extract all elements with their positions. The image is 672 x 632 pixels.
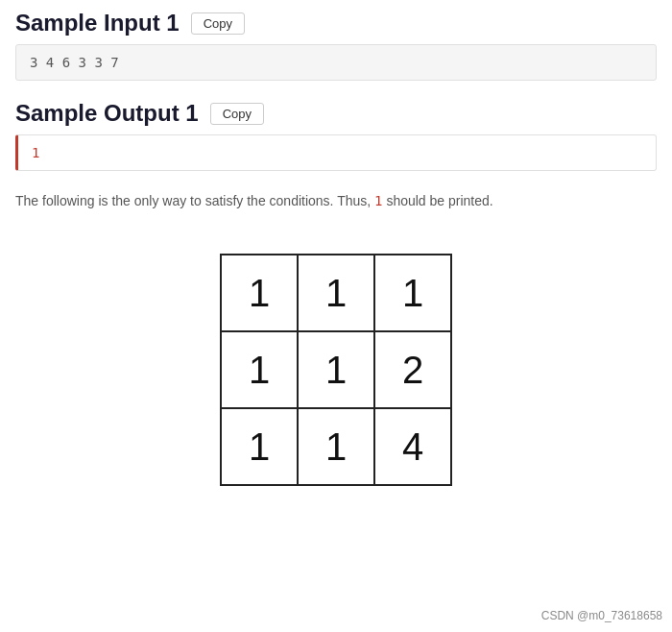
watermark: CSDN @m0_73618658 xyxy=(541,609,662,622)
sample-output-copy-button[interactable]: Copy xyxy=(210,103,264,125)
grid-cell: 1 xyxy=(221,331,298,408)
sample-input-copy-button[interactable]: Copy xyxy=(191,12,245,35)
sample-output-section: Sample Output 1 Copy 1 xyxy=(15,100,657,171)
grid-cell: 1 xyxy=(298,255,374,331)
explanation-text-before: The following is the only way to satisfy… xyxy=(15,193,371,208)
sample-input-title: Sample Input 1 xyxy=(15,10,180,36)
explanation-text: The following is the only way to satisfy… xyxy=(15,190,657,211)
grid-container: 111112114 xyxy=(15,234,657,505)
grid-cell: 1 xyxy=(298,331,374,408)
sample-output-value: 1 xyxy=(15,134,657,171)
grid-table: 111112114 xyxy=(220,254,452,486)
grid-cell: 2 xyxy=(374,331,451,408)
grid-cell: 4 xyxy=(374,408,451,485)
sample-input-section: Sample Input 1 Copy 3 4 6 3 3 7 xyxy=(15,10,657,81)
grid-cell: 1 xyxy=(221,408,298,485)
explanation-highlight: 1 xyxy=(374,193,382,208)
sample-input-header: Sample Input 1 Copy xyxy=(15,10,657,36)
sample-input-value: 3 4 6 3 3 7 xyxy=(15,44,657,81)
table-row: 112 xyxy=(221,331,451,408)
sample-output-title: Sample Output 1 xyxy=(15,100,199,127)
grid-cell: 1 xyxy=(221,255,298,331)
grid-cell: 1 xyxy=(374,255,451,331)
table-row: 114 xyxy=(221,408,451,485)
sample-output-header: Sample Output 1 Copy xyxy=(15,100,657,127)
explanation-text-after: should be printed. xyxy=(386,193,492,208)
table-row: 111 xyxy=(221,255,451,331)
grid-cell: 1 xyxy=(298,408,374,485)
